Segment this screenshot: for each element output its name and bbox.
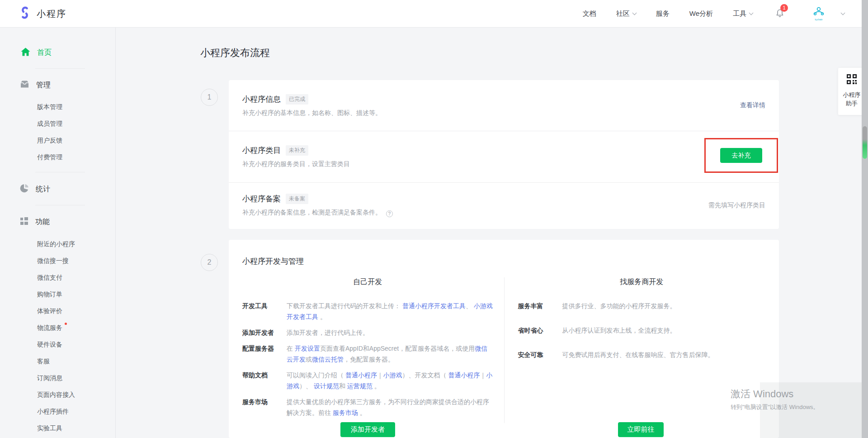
card2-title: 小程序开发与管理 bbox=[242, 256, 304, 267]
view-details-link[interactable]: 查看详情 bbox=[740, 101, 765, 110]
dev-row-text: 可以阅读入门介绍（ 普通小程序｜小游戏）、开发文档（ 普通小程序｜小游戏）、 设… bbox=[287, 370, 493, 391]
assistant-label-line2: 助手 bbox=[843, 99, 861, 108]
sidebar-divider bbox=[35, 205, 85, 205]
sidebar-item-nearby-mini-programs[interactable]: 附近的小程序 bbox=[37, 240, 75, 248]
row-title: 小程序类目 bbox=[242, 145, 281, 156]
sidebar-item-mini-program-plugins[interactable]: 小程序插件 bbox=[37, 408, 69, 416]
inline-link[interactable]: 开发设置 bbox=[295, 345, 320, 352]
sidebar-item-member-management[interactable]: 成员管理 bbox=[37, 120, 62, 128]
nav-docs[interactable]: 文档 bbox=[583, 10, 596, 18]
account-logo-icon bbox=[813, 6, 825, 18]
account-chevron-down-icon[interactable] bbox=[841, 10, 845, 15]
sidebar-item-hardware-devices[interactable]: 硬件设备 bbox=[37, 341, 62, 349]
inline-text: ｜ bbox=[377, 371, 383, 379]
inline-text: 、 bbox=[466, 302, 474, 309]
sidebar-section-features[interactable]: 功能 bbox=[20, 217, 115, 227]
development-management-card: 小程序开发与管理 自己开发 开发工具 下载开发者工具进行代码的开发和上传： 普通… bbox=[229, 240, 779, 438]
inline-link[interactable]: 普通小程序开发者工具 bbox=[402, 302, 466, 309]
step-row-mini-program-category: 小程序类目 未补充 补充小程序的服务类目，设置主营类目 bbox=[229, 131, 779, 183]
dev-row-text: 提供大量优质的小程序第三方服务，为不同行业的商家提供合适的小程序解决方案。前往 … bbox=[287, 396, 493, 418]
nav-we-analytics[interactable]: We分析 bbox=[689, 10, 713, 18]
sidebar-divider bbox=[35, 68, 85, 69]
nav-tools[interactable]: 工具 bbox=[733, 10, 753, 18]
nav-tools-label: 工具 bbox=[733, 10, 746, 18]
chevron-down-icon bbox=[749, 10, 754, 15]
nav-community[interactable]: 社区 bbox=[616, 10, 636, 18]
sidebar-manage-label: 管理 bbox=[36, 81, 51, 90]
account-avatar[interactable]: kychakr bbox=[810, 6, 828, 21]
sidebar-item-subscription-messages[interactable]: 订阅消息 bbox=[37, 374, 62, 382]
inline-link[interactable]: 普通小程序 bbox=[448, 371, 480, 379]
sidebar-section-manage[interactable]: 管理 bbox=[20, 80, 115, 90]
inline-text: 从小程序认证到发布上线，全流程支持。 bbox=[562, 327, 676, 334]
sidebar: 首页 管理 版本管理 成员管理 用户反馈 付费管理 统计 bbox=[0, 28, 116, 438]
inline-link[interactable]: 服务市场 bbox=[333, 409, 358, 416]
sidebar-section-statistics[interactable]: 统计 bbox=[20, 184, 115, 195]
inline-text: 和 bbox=[339, 382, 347, 390]
sidebar-item-shopping-orders[interactable]: 购物订单 bbox=[37, 290, 62, 299]
dev-row-text: 添加开发者，进行代码上传。 bbox=[287, 327, 493, 338]
page-title: 小程序发布流程 bbox=[200, 46, 270, 60]
dev-row-label: 配置服务器 bbox=[242, 343, 287, 365]
mini-program-assistant-widget[interactable]: 小程序 助手 bbox=[838, 68, 865, 115]
nav-community-label: 社区 bbox=[616, 10, 630, 18]
sidebar-item-experience-rating[interactable]: 体验评价 bbox=[37, 307, 62, 315]
inline-text: 下载开发者工具进行代码的开发和上传： bbox=[287, 302, 402, 309]
notification-bell-button[interactable]: 1 bbox=[774, 8, 785, 20]
sidebar-logistics-label: 物流服务 bbox=[37, 324, 62, 331]
sidebar-item-home[interactable]: 首页 bbox=[21, 48, 115, 58]
inline-link[interactable]: 微信云托管 bbox=[312, 356, 344, 363]
publish-steps-card: 小程序信息 已完成 补充小程序的基本信息，如名称、图标、描述等。 查看详情 小程… bbox=[229, 80, 779, 229]
dev-row-tools: 开发工具 下载开发者工具进行代码的开发和上传： 普通小程序开发者工具、 小游戏开… bbox=[242, 300, 493, 322]
brand-logo[interactable]: 小程序 bbox=[18, 6, 66, 21]
sidebar-item-logistics-service[interactable]: 物流服务 bbox=[37, 324, 62, 332]
nav-services[interactable]: 服务 bbox=[656, 10, 670, 18]
sidebar-item-customer-service[interactable]: 客服 bbox=[37, 357, 50, 366]
inline-text: 添加开发者，进行代码上传。 bbox=[287, 329, 369, 336]
sidebar-item-experimental-tools[interactable]: 实验工具 bbox=[37, 424, 62, 433]
row-description: 补充小程序的服务类目，设置主营类目 bbox=[242, 160, 350, 168]
dev-row-label: 添加开发者 bbox=[242, 327, 287, 338]
step-2-number: 2 bbox=[201, 254, 218, 271]
sidebar-item-wechat-search[interactable]: 微信搜一搜 bbox=[37, 257, 69, 265]
vertical-scrollbar[interactable] bbox=[862, 0, 868, 438]
inline-text: 可以阅读入门介绍（ bbox=[287, 371, 345, 379]
dev-row-text: 下载开发者工具进行代码的开发和上传： 普通小程序开发者工具、 小游戏开发者工具 … bbox=[287, 300, 493, 322]
sidebar-item-payment-management[interactable]: 付费管理 bbox=[37, 153, 62, 162]
inline-text: 。 bbox=[318, 313, 326, 320]
add-developer-button[interactable]: 添加开发者 bbox=[340, 422, 395, 437]
nav-we-analytics-label: We分析 bbox=[689, 10, 713, 18]
fill-category-button[interactable]: 去补充 bbox=[720, 148, 762, 163]
status-badge: 未备案 bbox=[286, 194, 308, 204]
sidebar-item-page-content-access[interactable]: 页面内容接入 bbox=[37, 391, 75, 399]
assistant-label-line1: 小程序 bbox=[843, 90, 861, 99]
inline-text: 或 bbox=[306, 356, 312, 363]
sidebar-features-label: 功能 bbox=[35, 217, 50, 227]
inline-link[interactable]: 普通小程序 bbox=[345, 371, 377, 379]
inline-text: 提供大量优质的小程序第三方服务，为不同行业的商家提供合适的小程序解决方案。前往 bbox=[287, 398, 489, 416]
help-icon[interactable]: ? bbox=[386, 210, 393, 217]
brand-name: 小程序 bbox=[37, 8, 66, 20]
inline-link[interactable]: 小游戏 bbox=[383, 371, 402, 379]
inline-link[interactable]: 设计规范 bbox=[314, 382, 339, 390]
nav-services-label: 服务 bbox=[656, 10, 670, 18]
account-name: kychakr bbox=[815, 18, 822, 21]
dev-row-text: 可免费试用后再支付、在线客服响应、官方售后保障。 bbox=[562, 349, 766, 360]
row-title: 小程序信息 bbox=[242, 94, 281, 105]
step-1-number: 1 bbox=[201, 89, 218, 106]
home-icon bbox=[21, 48, 30, 58]
sidebar-item-wechat-pay[interactable]: 微信支付 bbox=[37, 274, 62, 282]
outsource-column: 找服务商开发 服务丰富 提供多行业、多功能的小程序开发服务。 省时省心 从小程序… bbox=[504, 277, 779, 423]
inline-text: 提供多行业、多功能的小程序开发服务。 bbox=[562, 302, 676, 309]
go-now-button[interactable]: 立即前往 bbox=[618, 422, 664, 437]
sidebar-item-user-feedback[interactable]: 用户反馈 bbox=[37, 137, 62, 145]
inline-link[interactable]: 运营规范 bbox=[347, 382, 373, 390]
dev-row-label: 开发工具 bbox=[242, 300, 287, 322]
sidebar-item-version-management[interactable]: 版本管理 bbox=[37, 103, 62, 111]
scrollbar-thumb[interactable] bbox=[863, 126, 867, 159]
dev-row-text: 提供多行业、多功能的小程序开发服务。 bbox=[562, 300, 766, 311]
outsource-row-rich-services: 服务丰富 提供多行业、多功能的小程序开发服务。 bbox=[518, 300, 766, 311]
row-description: 补充小程序的基本信息，如名称、图标、描述等。 bbox=[242, 109, 382, 117]
prerequisite-note: 需先填写小程序类目 bbox=[708, 201, 765, 209]
dev-row-text: 在 开发设置页面查看AppID和AppSecret，配置服务器域名，或使用微信云… bbox=[287, 343, 493, 365]
